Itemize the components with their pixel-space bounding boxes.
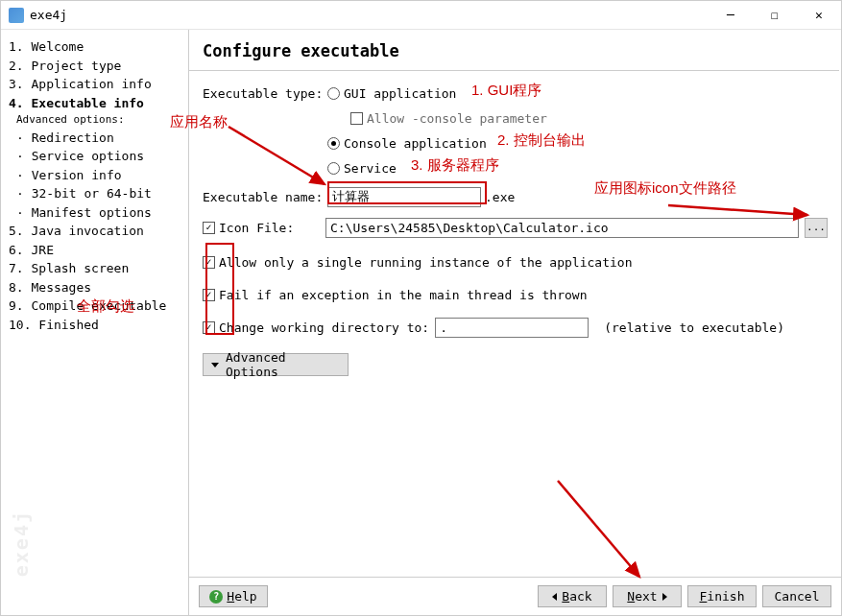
fail-exception-checkbox[interactable]: ✓ xyxy=(203,289,215,301)
cancel-button[interactable]: Cancel xyxy=(762,585,831,607)
finish-button[interactable]: Finish xyxy=(687,585,757,607)
change-dir-label: Change working directory to: xyxy=(219,320,429,335)
sidebar-adv-manifest-options[interactable]: · Manifest options xyxy=(9,203,188,223)
service-radio[interactable] xyxy=(327,162,340,175)
sidebar-step-messages[interactable]: 8. Messages xyxy=(9,278,188,297)
help-label: elp xyxy=(234,589,256,604)
working-dir-input[interactable] xyxy=(435,318,589,338)
allow-console-label: Allow -console parameter xyxy=(367,111,547,126)
back-button[interactable]: Back xyxy=(538,585,607,607)
change-dir-checkbox[interactable]: ✓ xyxy=(203,321,215,334)
exe-suffix-label: .exe xyxy=(485,190,515,204)
sidebar-step-project-type[interactable]: 2. Project type xyxy=(9,57,188,76)
browse-button[interactable]: ... xyxy=(805,218,828,238)
sidebar-adv-32-64-bit[interactable]: · 32-bit or 64-bit xyxy=(9,184,188,203)
wizard-sidebar: 1. Welcome 2. Project type 3. Applicatio… xyxy=(1,30,189,615)
icon-file-label: Icon File: xyxy=(219,221,325,235)
single-instance-checkbox[interactable]: ✓ xyxy=(203,256,215,269)
single-instance-label: Allow only a single running instance of … xyxy=(219,255,632,270)
sidebar-step-splash-screen[interactable]: 7. Splash screen xyxy=(9,259,188,278)
chevron-down-icon xyxy=(211,363,219,367)
console-application-radio[interactable] xyxy=(327,137,340,150)
icon-file-checkbox[interactable]: ✓ xyxy=(203,222,215,234)
window-title: exe4j xyxy=(30,8,709,22)
app-icon xyxy=(9,8,24,23)
service-label: Service xyxy=(344,161,397,176)
gui-application-label: GUI application xyxy=(344,86,456,101)
sidebar-adv-version-info[interactable]: · Version info xyxy=(9,166,188,185)
sidebar-adv-redirection[interactable]: · Redirection xyxy=(9,129,188,148)
close-button[interactable]: ✕ xyxy=(797,1,841,30)
sidebar-step-jre[interactable]: 6. JRE xyxy=(9,241,188,260)
page-title: Configure executable xyxy=(189,30,841,70)
help-button[interactable]: ? Help xyxy=(199,585,268,607)
fail-exception-label: Fail if an exception in the main thread … xyxy=(219,288,588,302)
triangle-right-icon xyxy=(662,593,667,601)
allow-console-checkbox[interactable] xyxy=(350,112,363,125)
help-icon: ? xyxy=(209,590,223,604)
advanced-options-button[interactable]: Advanced Options xyxy=(203,353,349,376)
sidebar-adv-service-options[interactable]: · Service options xyxy=(9,147,188,166)
sidebar-step-application-info[interactable]: 3. Application info xyxy=(9,75,188,94)
exec-type-label: Executable type: xyxy=(203,86,327,101)
cancel-label: Cancel xyxy=(775,589,820,604)
icon-file-input[interactable] xyxy=(325,218,799,238)
next-button[interactable]: Next xyxy=(613,585,682,607)
minimize-button[interactable]: ─ xyxy=(709,1,753,30)
sidebar-step-executable-info[interactable]: 4. Executable info xyxy=(9,94,188,113)
exec-name-label: Executable name: xyxy=(203,190,327,204)
advanced-options-label: Advanced Options xyxy=(226,350,340,379)
triangle-left-icon xyxy=(552,593,557,601)
sidebar-step-java-invocation[interactable]: 5. Java invocation xyxy=(9,222,188,241)
relative-label: (relative to executable) xyxy=(604,320,784,335)
sidebar-step-welcome[interactable]: 1. Welcome xyxy=(9,37,188,57)
console-application-label: Console application xyxy=(344,136,487,151)
gui-application-radio[interactable] xyxy=(327,87,340,100)
exec-name-input[interactable] xyxy=(327,187,481,207)
sidebar-advanced-header: Advanced options: xyxy=(9,112,188,129)
maximize-button[interactable]: ☐ xyxy=(753,1,797,30)
sidebar-step-compile-executable[interactable]: 9. Compile executable xyxy=(9,296,188,316)
sidebar-step-finished[interactable]: 10. Finished xyxy=(9,316,188,335)
watermark-text: exe4j xyxy=(7,509,36,577)
